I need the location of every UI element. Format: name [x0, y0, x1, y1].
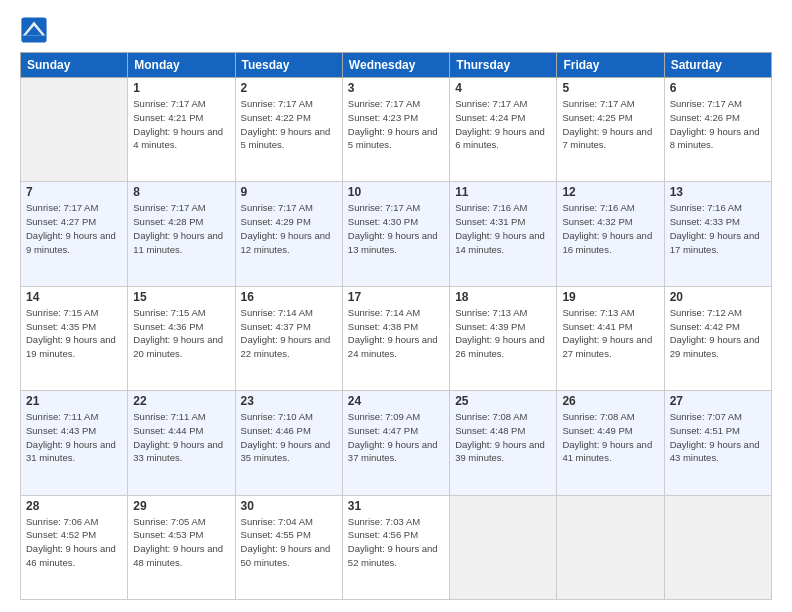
day-cell: 6 Sunrise: 7:17 AM Sunset: 4:26 PM Dayli… — [664, 78, 771, 182]
sunrise-label: Sunrise: 7:12 AM — [670, 307, 742, 318]
sunrise-label: Sunrise: 7:10 AM — [241, 411, 313, 422]
day-cell: 11 Sunrise: 7:16 AM Sunset: 4:31 PM Dayl… — [450, 182, 557, 286]
daylight-label: Daylight: 9 hours and 48 minutes. — [133, 543, 223, 568]
sunset-label: Sunset: 4:21 PM — [133, 112, 203, 123]
day-number: 5 — [562, 81, 658, 95]
sunrise-label: Sunrise: 7:09 AM — [348, 411, 420, 422]
day-cell: 2 Sunrise: 7:17 AM Sunset: 4:22 PM Dayli… — [235, 78, 342, 182]
day-info: Sunrise: 7:05 AM Sunset: 4:53 PM Dayligh… — [133, 515, 229, 570]
day-number: 16 — [241, 290, 337, 304]
day-header-friday: Friday — [557, 53, 664, 78]
sunset-label: Sunset: 4:52 PM — [26, 529, 96, 540]
day-header-saturday: Saturday — [664, 53, 771, 78]
day-cell: 4 Sunrise: 7:17 AM Sunset: 4:24 PM Dayli… — [450, 78, 557, 182]
sunset-label: Sunset: 4:37 PM — [241, 321, 311, 332]
day-number: 31 — [348, 499, 444, 513]
daylight-label: Daylight: 9 hours and 5 minutes. — [348, 126, 438, 151]
day-cell: 22 Sunrise: 7:11 AM Sunset: 4:44 PM Dayl… — [128, 391, 235, 495]
sunset-label: Sunset: 4:30 PM — [348, 216, 418, 227]
sunset-label: Sunset: 4:44 PM — [133, 425, 203, 436]
sunset-label: Sunset: 4:43 PM — [26, 425, 96, 436]
day-info: Sunrise: 7:06 AM Sunset: 4:52 PM Dayligh… — [26, 515, 122, 570]
daylight-label: Daylight: 9 hours and 43 minutes. — [670, 439, 760, 464]
sunset-label: Sunset: 4:31 PM — [455, 216, 525, 227]
day-cell: 16 Sunrise: 7:14 AM Sunset: 4:37 PM Dayl… — [235, 286, 342, 390]
day-number: 19 — [562, 290, 658, 304]
sunrise-label: Sunrise: 7:03 AM — [348, 516, 420, 527]
day-info: Sunrise: 7:17 AM Sunset: 4:23 PM Dayligh… — [348, 97, 444, 152]
day-cell — [450, 495, 557, 599]
day-info: Sunrise: 7:17 AM Sunset: 4:22 PM Dayligh… — [241, 97, 337, 152]
daylight-label: Daylight: 9 hours and 35 minutes. — [241, 439, 331, 464]
day-header-wednesday: Wednesday — [342, 53, 449, 78]
sunset-label: Sunset: 4:25 PM — [562, 112, 632, 123]
day-info: Sunrise: 7:04 AM Sunset: 4:55 PM Dayligh… — [241, 515, 337, 570]
day-info: Sunrise: 7:17 AM Sunset: 4:30 PM Dayligh… — [348, 201, 444, 256]
daylight-label: Daylight: 9 hours and 5 minutes. — [241, 126, 331, 151]
day-cell: 5 Sunrise: 7:17 AM Sunset: 4:25 PM Dayli… — [557, 78, 664, 182]
sunset-label: Sunset: 4:56 PM — [348, 529, 418, 540]
sunrise-label: Sunrise: 7:07 AM — [670, 411, 742, 422]
day-cell: 1 Sunrise: 7:17 AM Sunset: 4:21 PM Dayli… — [128, 78, 235, 182]
daylight-label: Daylight: 9 hours and 13 minutes. — [348, 230, 438, 255]
day-number: 10 — [348, 185, 444, 199]
daylight-label: Daylight: 9 hours and 12 minutes. — [241, 230, 331, 255]
sunset-label: Sunset: 4:49 PM — [562, 425, 632, 436]
calendar-header-row: SundayMondayTuesdayWednesdayThursdayFrid… — [21, 53, 772, 78]
day-info: Sunrise: 7:08 AM Sunset: 4:48 PM Dayligh… — [455, 410, 551, 465]
day-number: 21 — [26, 394, 122, 408]
day-cell: 14 Sunrise: 7:15 AM Sunset: 4:35 PM Dayl… — [21, 286, 128, 390]
day-cell: 9 Sunrise: 7:17 AM Sunset: 4:29 PM Dayli… — [235, 182, 342, 286]
sunrise-label: Sunrise: 7:14 AM — [348, 307, 420, 318]
sunrise-label: Sunrise: 7:16 AM — [562, 202, 634, 213]
day-number: 9 — [241, 185, 337, 199]
sunrise-label: Sunrise: 7:16 AM — [455, 202, 527, 213]
sunrise-label: Sunrise: 7:11 AM — [26, 411, 98, 422]
sunrise-label: Sunrise: 7:06 AM — [26, 516, 98, 527]
day-info: Sunrise: 7:17 AM Sunset: 4:28 PM Dayligh… — [133, 201, 229, 256]
sunrise-label: Sunrise: 7:17 AM — [348, 202, 420, 213]
sunset-label: Sunset: 4:41 PM — [562, 321, 632, 332]
day-info: Sunrise: 7:13 AM Sunset: 4:41 PM Dayligh… — [562, 306, 658, 361]
sunrise-label: Sunrise: 7:17 AM — [26, 202, 98, 213]
sunset-label: Sunset: 4:47 PM — [348, 425, 418, 436]
week-row-2: 14 Sunrise: 7:15 AM Sunset: 4:35 PM Dayl… — [21, 286, 772, 390]
day-number: 13 — [670, 185, 766, 199]
sunrise-label: Sunrise: 7:17 AM — [348, 98, 420, 109]
day-cell: 30 Sunrise: 7:04 AM Sunset: 4:55 PM Dayl… — [235, 495, 342, 599]
day-cell: 31 Sunrise: 7:03 AM Sunset: 4:56 PM Dayl… — [342, 495, 449, 599]
daylight-label: Daylight: 9 hours and 29 minutes. — [670, 334, 760, 359]
day-number: 4 — [455, 81, 551, 95]
sunrise-label: Sunrise: 7:17 AM — [133, 98, 205, 109]
day-cell — [557, 495, 664, 599]
sunset-label: Sunset: 4:42 PM — [670, 321, 740, 332]
day-info: Sunrise: 7:17 AM Sunset: 4:25 PM Dayligh… — [562, 97, 658, 152]
day-cell: 3 Sunrise: 7:17 AM Sunset: 4:23 PM Dayli… — [342, 78, 449, 182]
day-cell: 26 Sunrise: 7:08 AM Sunset: 4:49 PM Dayl… — [557, 391, 664, 495]
day-number: 15 — [133, 290, 229, 304]
logo-icon — [20, 16, 48, 44]
sunrise-label: Sunrise: 7:16 AM — [670, 202, 742, 213]
sunrise-label: Sunrise: 7:04 AM — [241, 516, 313, 527]
sunrise-label: Sunrise: 7:13 AM — [455, 307, 527, 318]
sunrise-label: Sunrise: 7:13 AM — [562, 307, 634, 318]
page: SundayMondayTuesdayWednesdayThursdayFrid… — [0, 0, 792, 612]
day-header-monday: Monday — [128, 53, 235, 78]
week-row-0: 1 Sunrise: 7:17 AM Sunset: 4:21 PM Dayli… — [21, 78, 772, 182]
daylight-label: Daylight: 9 hours and 6 minutes. — [455, 126, 545, 151]
day-cell: 10 Sunrise: 7:17 AM Sunset: 4:30 PM Dayl… — [342, 182, 449, 286]
day-info: Sunrise: 7:16 AM Sunset: 4:33 PM Dayligh… — [670, 201, 766, 256]
day-number: 29 — [133, 499, 229, 513]
daylight-label: Daylight: 9 hours and 19 minutes. — [26, 334, 116, 359]
day-number: 20 — [670, 290, 766, 304]
day-number: 27 — [670, 394, 766, 408]
day-header-tuesday: Tuesday — [235, 53, 342, 78]
day-number: 7 — [26, 185, 122, 199]
sunrise-label: Sunrise: 7:08 AM — [562, 411, 634, 422]
sunset-label: Sunset: 4:33 PM — [670, 216, 740, 227]
day-cell: 7 Sunrise: 7:17 AM Sunset: 4:27 PM Dayli… — [21, 182, 128, 286]
day-cell: 17 Sunrise: 7:14 AM Sunset: 4:38 PM Dayl… — [342, 286, 449, 390]
day-info: Sunrise: 7:11 AM Sunset: 4:44 PM Dayligh… — [133, 410, 229, 465]
day-info: Sunrise: 7:12 AM Sunset: 4:42 PM Dayligh… — [670, 306, 766, 361]
daylight-label: Daylight: 9 hours and 50 minutes. — [241, 543, 331, 568]
